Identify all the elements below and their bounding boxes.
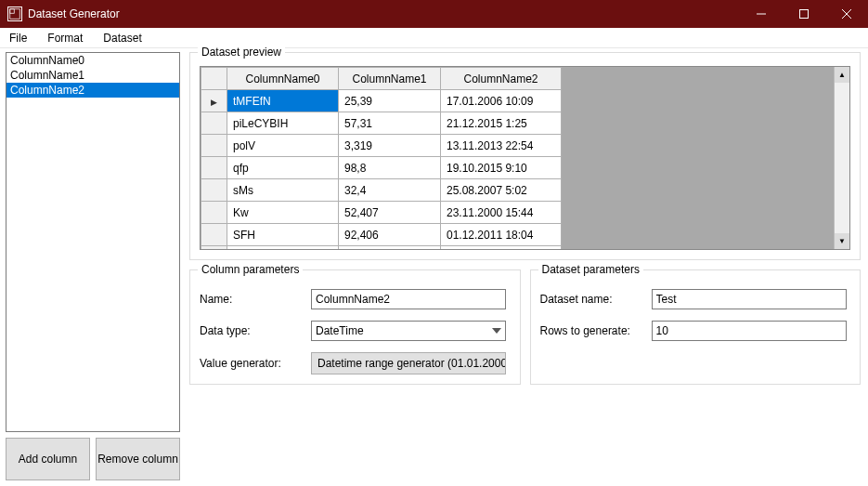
rows-to-generate-input[interactable] [652,321,847,341]
grid-cell[interactable]: 98,8 [339,157,441,179]
grid-cell[interactable]: 57,31 [339,112,441,135]
dataset-name-label: Dataset name: [540,293,652,306]
grid-cell[interactable]: piLeCYBIH [227,112,339,135]
column-list-item[interactable]: ColumnName0 [6,53,179,68]
table-row[interactable]: Kw52,40723.11.2000 15:44 [201,202,562,224]
svg-rect-0 [10,9,20,20]
grid-cell[interactable]: polV [227,135,339,157]
remove-column-button[interactable]: Remove column [96,438,180,480]
column-list[interactable]: ColumnName0ColumnName1ColumnName2 [6,52,180,432]
app-icon [7,7,22,21]
maximize-button[interactable] [783,0,825,28]
grid-cell[interactable]: sMs [227,179,339,202]
grid-cell[interactable]: 25,39 [339,90,441,112]
rows-to-generate-label: Rows to generate: [540,324,652,337]
menu-file[interactable]: File [6,30,31,46]
table-row[interactable]: tMFEfN25,3917.01.2006 10:09 [201,90,562,112]
title-bar: Dataset Generator [0,0,868,28]
grid-cell[interactable]: 52,407 [339,202,441,224]
dataset-parameters-group: Dataset parameters Dataset name: Rows to… [530,269,862,385]
grid-cell[interactable]: tMFEfN [227,90,339,112]
column-type-label: Data type: [200,324,311,337]
menu-format[interactable]: Format [44,30,86,46]
grid-cell[interactable]: 23.11.2000 15:44 [441,202,562,224]
window-title: Dataset Generator [28,7,120,20]
grid-cell[interactable]: 32,4 [339,179,441,202]
grid-cell[interactable]: 25.08.2007 5:02 [441,179,562,202]
dataset-name-input[interactable] [652,289,847,309]
close-button[interactable] [825,0,868,28]
grid-cell[interactable]: 17.01.2006 10:09 [441,90,562,112]
value-generator-label: Value generator: [200,357,311,370]
column-parameters-group: Column parameters Name: Data type: DateT… [189,269,521,385]
dataset-params-legend: Dataset parameters [538,263,643,276]
table-row[interactable]: piLeCYBIH57,3121.12.2015 1:25 [201,112,562,135]
table-row[interactable]: sMs32,425.08.2007 5:02 [201,179,562,202]
column-name-input[interactable] [311,289,506,309]
column-list-item[interactable]: ColumnName2 [6,83,179,98]
table-row[interactable]: SFH92,40601.12.2011 18:04 [201,224,562,246]
table-row[interactable]: qfp98,819.10.2015 9:10 [201,157,562,179]
sidebar: ColumnName0ColumnName1ColumnName2 Add co… [0,48,186,486]
grid-cell[interactable]: Kw [227,202,339,224]
grid-cell[interactable]: 92,406 [339,224,441,246]
preview-scrollbar[interactable]: ▲ ▼ [834,67,849,249]
grid-cell[interactable]: qfp [227,157,339,179]
svg-rect-1 [10,9,15,14]
dataset-preview-group: Dataset preview ColumnName0ColumnName1Co… [189,52,861,260]
scroll-up-icon[interactable]: ▲ [835,67,849,83]
scroll-down-icon[interactable]: ▼ [835,233,849,249]
grid-cell[interactable]: 13.11.2013 22:54 [441,135,562,157]
add-column-button[interactable]: Add column [6,438,90,480]
grid-cell[interactable]: SFH [227,224,339,246]
grid-cell[interactable]: 19.10.2015 9:10 [441,157,562,179]
svg-rect-3 [800,10,809,19]
grid-cell[interactable]: 01.12.2011 18:04 [441,224,562,246]
grid-header[interactable]: ColumnName1 [339,68,441,90]
table-row[interactable]: polV3,31913.11.2013 22:54 [201,135,562,157]
preview-grid[interactable]: ColumnName0ColumnName1ColumnName2tMFEfN2… [201,67,562,250]
grid-header[interactable]: ColumnName2 [441,68,562,90]
menu-bar: File Format Dataset [0,28,868,48]
column-name-label: Name: [200,293,311,306]
value-generator-button[interactable]: Datetime range generator (01.01.2000 [311,352,506,374]
preview-legend: Dataset preview [198,46,285,59]
menu-dataset[interactable]: Dataset [99,30,145,46]
minimize-button[interactable] [740,0,783,28]
grid-header[interactable]: ColumnName0 [227,68,339,90]
grid-cell[interactable]: 3,319 [339,135,441,157]
column-type-select[interactable]: DateTime [311,321,506,341]
grid-cell[interactable]: 21.12.2015 1:25 [441,112,562,135]
column-list-item[interactable]: ColumnName1 [6,68,179,83]
column-params-legend: Column parameters [198,263,303,276]
